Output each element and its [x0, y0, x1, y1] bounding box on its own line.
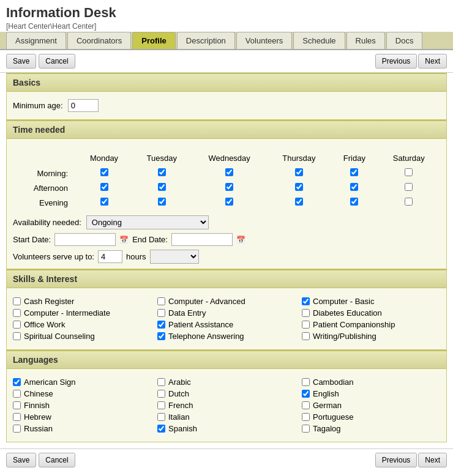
language-checkbox-american-sign[interactable] — [13, 378, 21, 386]
skill-checkbox-writing/publishing[interactable] — [302, 332, 310, 340]
top-toolbar: Save Cancel Previous Next — [0, 50, 453, 73]
time-check-morning:-thursday[interactable] — [295, 168, 303, 176]
language-item: German — [302, 401, 440, 410]
time-check-afternoon-monday[interactable] — [100, 183, 108, 191]
time-check-morning:-friday[interactable] — [350, 168, 358, 176]
time-check-evening-wednesday[interactable] — [225, 198, 233, 206]
save-button-bottom[interactable]: Save — [6, 453, 36, 467]
time-check-evening-thursday[interactable] — [295, 198, 303, 206]
hours-label: hours — [126, 252, 146, 261]
skill-checkbox-data-entry[interactable] — [157, 309, 165, 317]
skill-checkbox-telephone-answering[interactable] — [157, 332, 165, 340]
skill-checkbox-patient-companionship[interactable] — [302, 321, 310, 329]
day-header-saturday: Saturday — [379, 151, 439, 165]
language-label: German — [313, 401, 342, 410]
language-item: Spanish — [157, 424, 296, 433]
time-check-afternoon-thursday[interactable] — [295, 183, 303, 191]
time-check-afternoon-friday[interactable] — [350, 183, 358, 191]
language-checkbox-italian[interactable] — [157, 413, 165, 421]
tab-rules[interactable]: Rules — [346, 32, 385, 49]
bottom-toolbar: Save Cancel Previous Next — [0, 448, 453, 471]
tab-docs[interactable]: Docs — [386, 32, 423, 49]
language-checkbox-chinese[interactable] — [13, 390, 21, 398]
save-button[interactable]: Save — [6, 54, 36, 69]
serve-unit-select[interactable] — [150, 250, 199, 264]
language-checkbox-cambodian[interactable] — [302, 378, 310, 386]
language-checkbox-tagalog[interactable] — [302, 425, 310, 433]
time-needed-header: Time needed — [7, 120, 446, 139]
toolbar-left: Save Cancel — [6, 54, 75, 69]
language-checkbox-russian[interactable] — [13, 425, 21, 433]
skill-checkbox-computer---intermediate[interactable] — [13, 309, 21, 317]
language-checkbox-french[interactable] — [157, 401, 165, 409]
page-header: Information Desk [Heart Center\Heart Cen… — [0, 0, 453, 32]
languages-grid: American SignArabicCambodianChineseDutch… — [13, 374, 440, 437]
time-check-evening-friday[interactable] — [350, 198, 358, 206]
time-check-morning:-saturday[interactable] — [405, 168, 413, 176]
next-button-top[interactable]: Next — [418, 54, 447, 69]
skill-checkbox-spiritual-counseling[interactable] — [13, 332, 21, 340]
skill-item: Patient Assistance — [157, 320, 296, 329]
language-checkbox-dutch[interactable] — [157, 390, 165, 398]
language-checkbox-finnish[interactable] — [13, 401, 21, 409]
tab-profile[interactable]: Profile — [132, 32, 175, 49]
toolbar-right: Previous Next — [375, 54, 447, 69]
bottom-toolbar-left: Save Cancel — [6, 453, 75, 467]
time-check-morning:-tuesday[interactable] — [158, 168, 166, 176]
end-date-input[interactable] — [171, 233, 233, 246]
tab-coordinators[interactable]: Coordinators — [67, 32, 131, 49]
day-header-monday: Monday — [77, 151, 132, 165]
end-date-calendar-icon[interactable]: 📅 — [236, 236, 245, 244]
tab-description[interactable]: Description — [177, 32, 235, 49]
availability-select[interactable]: Ongoing One-time Flexible — [86, 215, 209, 229]
min-age-input[interactable] — [68, 99, 99, 112]
next-button-bottom[interactable]: Next — [418, 453, 447, 467]
skills-body: Cash RegisterComputer - AdvancedComputer… — [7, 288, 446, 349]
language-label: American Sign — [24, 377, 76, 387]
language-label: Hebrew — [24, 412, 51, 422]
time-check-afternoon-saturday[interactable] — [405, 183, 413, 191]
language-checkbox-hebrew[interactable] — [13, 413, 21, 421]
skill-checkbox-computer---advanced[interactable] — [157, 297, 165, 305]
languages-header: Languages — [7, 350, 446, 369]
time-check-afternoon-wednesday[interactable] — [225, 183, 233, 191]
tab-assignment[interactable]: Assignment — [6, 32, 66, 49]
skills-section: Skills & Interest Cash RegisterComputer … — [6, 269, 447, 350]
previous-button-top[interactable]: Previous — [375, 54, 417, 69]
language-item: American Sign — [13, 377, 151, 387]
time-check-morning:-monday[interactable] — [100, 168, 108, 176]
language-checkbox-portuguese[interactable] — [302, 413, 310, 421]
tab-schedule[interactable]: Schedule — [293, 32, 345, 49]
skill-checkbox-computer---basic[interactable] — [302, 297, 310, 305]
time-check-evening-saturday[interactable] — [405, 198, 413, 206]
start-date-calendar-icon[interactable]: 📅 — [119, 236, 129, 244]
serve-input[interactable] — [98, 250, 122, 263]
time-check-evening-monday[interactable] — [100, 198, 108, 206]
language-checkbox-arabic[interactable] — [157, 378, 165, 386]
day-header-thursday: Thursday — [268, 151, 331, 165]
time-check-morning:-wednesday[interactable] — [225, 168, 233, 176]
start-date-input[interactable] — [54, 233, 116, 246]
skill-checkbox-patient-assistance[interactable] — [157, 321, 165, 329]
language-checkbox-german[interactable] — [302, 401, 310, 409]
skill-item: Spiritual Counseling — [13, 332, 151, 341]
min-age-label: Minimum age: — [13, 101, 63, 110]
skill-checkbox-cash-register[interactable] — [13, 297, 21, 305]
language-label: Tagalog — [313, 424, 341, 433]
time-check-afternoon-tuesday[interactable] — [158, 183, 166, 191]
language-checkbox-spanish[interactable] — [157, 425, 165, 433]
tab-volunteers[interactable]: Volunteers — [236, 32, 292, 49]
cancel-button-bottom[interactable]: Cancel — [39, 453, 75, 467]
time-needed-section: Time needed MondayTuesdayWednesdayThursd… — [6, 120, 447, 269]
skill-checkbox-diabetes-education[interactable] — [302, 309, 310, 317]
cancel-button[interactable]: Cancel — [39, 54, 75, 69]
time-check-evening-tuesday[interactable] — [158, 198, 166, 206]
previous-button-bottom[interactable]: Previous — [375, 453, 417, 467]
language-item: Arabic — [157, 377, 296, 387]
page-title: Information Desk — [6, 5, 447, 21]
language-checkbox-english[interactable] — [302, 390, 310, 398]
skill-checkbox-office-work[interactable] — [13, 321, 21, 329]
end-date-label: End Date: — [132, 235, 168, 244]
language-item: English — [302, 389, 440, 398]
skill-item: Writing/Publishing — [302, 332, 440, 341]
